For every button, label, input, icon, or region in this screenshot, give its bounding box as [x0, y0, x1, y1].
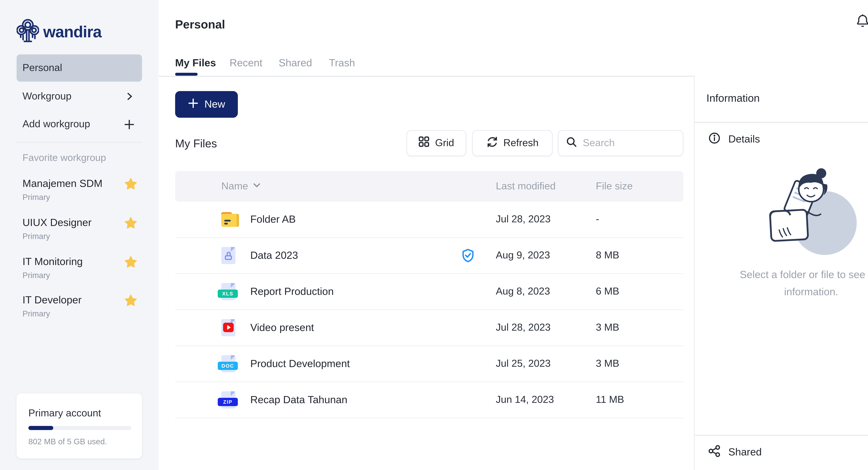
main-area: Personal A My Files Recent Shared Trash …	[158, 0, 868, 470]
shared-section[interactable]: Shared	[708, 445, 762, 460]
favorite-type: Primary	[23, 193, 50, 202]
panel-divider	[694, 122, 868, 123]
shield-check-icon	[461, 248, 474, 262]
table-header: Name Last modified File size	[175, 171, 683, 202]
favorite-type: Primary	[23, 232, 50, 241]
app-window: wandira Personal Workgroup Add workgroup…	[0, 0, 868, 470]
sidebar-item-label: Workgroup	[23, 90, 71, 102]
sidebar: wandira Personal Workgroup Add workgroup…	[0, 0, 158, 470]
star-icon[interactable]	[124, 216, 137, 232]
file-modified: Jul 25, 2023	[496, 358, 551, 370]
search-box	[558, 130, 683, 156]
table-row-data-2023[interactable]: Data 2023 Aug 9, 2023 8 MB	[175, 238, 683, 274]
file-modified: Aug 8, 2023	[496, 286, 550, 297]
video-file-icon	[221, 319, 236, 336]
grid-view-button[interactable]: Grid	[406, 130, 466, 156]
favorite-name: IT Developer	[23, 294, 82, 307]
favorite-item-it-monitoring[interactable]: IT Monitoring Primary	[17, 255, 142, 290]
zip-badge: ZIP	[218, 398, 238, 406]
sidebar-item-label: Personal	[23, 62, 62, 74]
information-title: Information	[706, 92, 760, 105]
star-icon[interactable]	[124, 255, 137, 271]
sidebar-item-workgroup[interactable]: Workgroup	[17, 83, 142, 110]
share-nodes-icon	[708, 445, 721, 460]
doc-badge: DOC	[218, 362, 238, 370]
storage-title: Primary account	[28, 408, 101, 419]
star-icon[interactable]	[124, 177, 137, 193]
details-section[interactable]: Details	[708, 132, 760, 147]
locked-file-icon	[221, 247, 236, 264]
tree-logo-icon	[17, 18, 39, 46]
refresh-button-label: Refresh	[503, 137, 538, 149]
table-row-folder-ab[interactable]: Folder AB Jul 28, 2023 -	[175, 202, 683, 238]
file-modified: Jun 14, 2023	[496, 394, 554, 406]
grid-button-label: Grid	[435, 137, 454, 149]
favorite-name: UIUX Designer	[23, 216, 92, 229]
grid-icon	[418, 136, 430, 150]
file-name: Folder AB	[250, 213, 296, 226]
search-input[interactable]	[583, 137, 676, 149]
lock-icon	[225, 252, 232, 260]
favorite-type: Primary	[23, 309, 50, 318]
storage-usage-text: 802 MB of 5 GB used.	[28, 437, 107, 446]
zip-file-icon: ZIP	[221, 391, 236, 408]
column-header-modified: Last modified	[496, 171, 556, 202]
plus-icon	[188, 97, 199, 112]
file-name: Product Development	[250, 357, 350, 370]
empty-state-illustration	[758, 165, 864, 261]
tab-recent[interactable]: Recent	[229, 57, 262, 69]
chevron-down-icon	[252, 180, 262, 193]
storage-progress-bar	[28, 426, 131, 430]
table-row-report-production[interactable]: XLS Report Production Aug 8, 2023 6 MB	[175, 274, 683, 310]
favorite-item-manajemen-sdm[interactable]: Manajemen SDM Primary	[17, 177, 142, 212]
file-size: 6 MB	[596, 286, 619, 297]
table-row-recap-data-tahunan[interactable]: ZIP Recap Data Tahunan Jun 14, 2023 11 M…	[175, 382, 683, 418]
file-modified: Jul 28, 2023	[496, 322, 551, 334]
file-name: Report Production	[250, 285, 334, 298]
panel-divider	[694, 435, 868, 436]
tab-trash[interactable]: Trash	[329, 57, 355, 69]
xls-badge: XLS	[218, 289, 238, 298]
sidebar-item-personal[interactable]: Personal	[17, 55, 142, 82]
file-size: 8 MB	[596, 250, 619, 261]
shared-label: Shared	[728, 446, 762, 459]
play-icon	[223, 323, 234, 332]
notifications-button[interactable]	[852, 12, 868, 33]
favorite-type: Primary	[23, 271, 50, 280]
file-size: 3 MB	[596, 322, 619, 334]
folder-icon	[221, 212, 239, 227]
table-row-product-development[interactable]: DOC Product Development Jul 25, 2023 3 M…	[175, 346, 683, 382]
column-header-name[interactable]: Name	[221, 171, 262, 202]
favorite-name: IT Monitoring	[23, 255, 83, 268]
file-name: Data 2023	[250, 249, 298, 262]
new-button[interactable]: New	[175, 91, 238, 118]
table-row-video-present[interactable]: Video present Jul 28, 2023 3 MB	[175, 310, 683, 346]
empty-state-text: Select a folder or file to see the infor…	[694, 266, 868, 301]
tab-shared[interactable]: Shared	[279, 57, 312, 69]
search-icon	[566, 136, 578, 150]
section-title: My Files	[175, 137, 217, 150]
file-size: 11 MB	[596, 394, 624, 406]
sidebar-divider	[17, 142, 142, 143]
chevron-right-icon	[124, 91, 135, 102]
plus-icon	[124, 119, 135, 130]
tab-my-files[interactable]: My Files	[175, 57, 216, 69]
favorite-item-uiux-designer[interactable]: UIUX Designer Primary	[17, 216, 142, 251]
xls-file-icon: XLS	[221, 283, 236, 300]
active-tab-underline	[175, 73, 198, 76]
storage-progress-fill	[28, 426, 53, 430]
bell-icon	[856, 13, 868, 31]
favorite-item-it-developer[interactable]: IT Developer Primary	[17, 294, 142, 328]
brand-logo[interactable]: wandira	[17, 18, 101, 46]
file-modified: Jul 28, 2023	[496, 214, 551, 225]
sidebar-item-add-workgroup[interactable]: Add workgroup	[17, 111, 142, 138]
favorite-name: Manajemen SDM	[23, 177, 102, 190]
star-icon[interactable]	[124, 294, 137, 309]
file-size: -	[596, 214, 599, 225]
info-circle-icon	[708, 132, 721, 147]
file-list: Folder AB Jul 28, 2023 - Data 2023 Aug 9…	[175, 202, 683, 418]
refresh-icon	[486, 136, 498, 151]
file-size: 3 MB	[596, 358, 619, 370]
refresh-button[interactable]: Refresh	[472, 130, 553, 156]
page-title: Personal	[175, 18, 225, 31]
